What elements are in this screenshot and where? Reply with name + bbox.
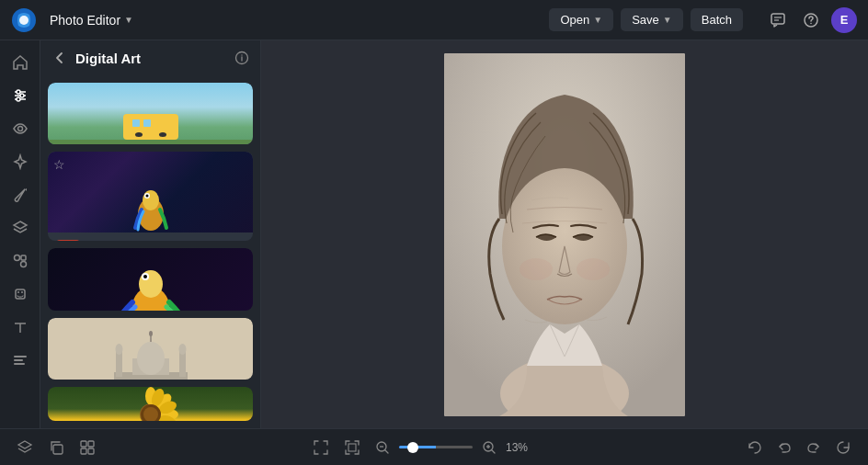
panel-back-button[interactable] bbox=[51, 50, 68, 66]
svg-point-29 bbox=[143, 190, 159, 210]
home-button[interactable] bbox=[6, 48, 35, 77]
svg-point-31 bbox=[145, 195, 148, 198]
effects-button[interactable] bbox=[6, 147, 35, 176]
copy-bottom-icon bbox=[48, 439, 64, 456]
svg-rect-68 bbox=[81, 441, 86, 447]
svg-rect-22 bbox=[14, 356, 27, 357]
svg-point-27 bbox=[241, 54, 242, 55]
filter-item-ink-wash[interactable]: Ink Wash DLX bbox=[48, 318, 253, 380]
svg-line-79 bbox=[492, 450, 495, 453]
left-panel: Digital Art bbox=[40, 40, 261, 428]
zoom-in-button[interactable] bbox=[476, 437, 502, 459]
canvas-area bbox=[261, 40, 868, 428]
brush-button[interactable] bbox=[6, 180, 35, 210]
copy-bottom-button[interactable] bbox=[42, 436, 70, 459]
fit-icon bbox=[344, 439, 360, 456]
adjustments-button[interactable] bbox=[6, 81, 35, 110]
zoom-slider[interactable] bbox=[399, 446, 473, 448]
topbar: Photo Editor ▼ Open ▼ Save ▼ Batch E bbox=[0, 0, 868, 40]
svg-rect-24 bbox=[14, 363, 25, 365]
bottom-right-controls bbox=[741, 436, 857, 459]
panel-info-button[interactable] bbox=[234, 51, 249, 65]
main-layout: Digital Art bbox=[0, 40, 868, 428]
filter-item-oil-painting[interactable]: Oil Painting DLX bbox=[48, 83, 253, 144]
svg-point-19 bbox=[21, 291, 23, 293]
smart-button[interactable] bbox=[6, 279, 35, 309]
save-label: Save bbox=[632, 13, 659, 27]
text-button[interactable] bbox=[6, 312, 35, 342]
svg-point-8 bbox=[17, 90, 20, 94]
filter-item-impressionist[interactable]: Impressionist DLX bbox=[48, 248, 253, 310]
svg-rect-67 bbox=[53, 445, 63, 454]
more-button[interactable] bbox=[6, 346, 35, 375]
reset-button[interactable] bbox=[829, 436, 857, 459]
save-button[interactable]: Save ▼ bbox=[621, 8, 683, 31]
home-icon bbox=[12, 54, 29, 71]
batch-button[interactable]: Batch bbox=[691, 8, 743, 31]
ai-icon bbox=[12, 286, 29, 302]
filter-item-active[interactable]: ☆ Settings ✏ bbox=[48, 152, 253, 241]
app-menu-button[interactable]: Photo Editor ▼ bbox=[44, 9, 139, 31]
app-name-label: Photo Editor bbox=[50, 13, 120, 28]
text-icon bbox=[12, 319, 29, 335]
objects-button[interactable] bbox=[6, 246, 35, 276]
bottombar: 13% bbox=[0, 428, 868, 465]
batch-label: Batch bbox=[702, 13, 732, 27]
fit-button[interactable] bbox=[338, 436, 366, 459]
photo-preview bbox=[444, 53, 685, 416]
panel-header: Digital Art bbox=[40, 40, 260, 75]
svg-rect-71 bbox=[88, 448, 94, 454]
user-avatar[interactable]: E bbox=[831, 7, 857, 33]
zoom-out-icon bbox=[375, 440, 390, 455]
brush-icon bbox=[12, 187, 29, 203]
svg-point-1 bbox=[19, 16, 29, 25]
open-label: Open bbox=[560, 13, 589, 27]
history-icon bbox=[747, 439, 763, 456]
fullscreen-button[interactable] bbox=[307, 436, 335, 459]
zoom-controls: 13% bbox=[307, 436, 535, 459]
svg-point-42 bbox=[137, 342, 165, 375]
help-button[interactable] bbox=[798, 7, 824, 33]
open-chevron: ▼ bbox=[593, 15, 602, 25]
back-arrow-icon bbox=[51, 50, 68, 66]
undo-icon bbox=[776, 439, 793, 456]
app-menu-chevron: ▼ bbox=[124, 15, 133, 25]
sliders-icon bbox=[12, 87, 29, 104]
redo-icon bbox=[805, 439, 822, 456]
layers-bottom-icon bbox=[17, 439, 33, 456]
svg-point-44 bbox=[149, 331, 153, 336]
svg-point-46 bbox=[115, 344, 122, 355]
svg-rect-16 bbox=[21, 255, 26, 260]
grid-bottom-icon bbox=[79, 439, 96, 456]
filter-settings-icon bbox=[55, 240, 81, 241]
reset-icon bbox=[835, 439, 851, 456]
svg-point-13 bbox=[17, 127, 22, 131]
filter-star-button[interactable]: ☆ bbox=[53, 157, 65, 172]
fullscreen-icon bbox=[313, 439, 329, 456]
more-icon bbox=[12, 352, 29, 369]
layers-bottom-button[interactable] bbox=[11, 436, 39, 459]
sparkle-icon bbox=[12, 153, 29, 170]
filter-item-sunflower[interactable] bbox=[48, 387, 253, 421]
open-button[interactable]: Open ▼ bbox=[549, 8, 613, 31]
svg-rect-70 bbox=[81, 448, 86, 454]
chat-button[interactable] bbox=[765, 7, 791, 33]
grid-bottom-button[interactable] bbox=[74, 436, 101, 459]
svg-point-10 bbox=[20, 94, 24, 97]
zoom-out-button[interactable] bbox=[370, 437, 395, 459]
undo-button[interactable] bbox=[771, 436, 798, 459]
eye-button[interactable] bbox=[6, 114, 35, 143]
save-chevron: ▼ bbox=[663, 15, 672, 25]
layers-button[interactable] bbox=[6, 213, 35, 243]
zoom-value-label: 13% bbox=[506, 441, 535, 454]
svg-point-18 bbox=[17, 291, 19, 293]
svg-point-6 bbox=[810, 22, 812, 24]
svg-rect-69 bbox=[88, 441, 94, 447]
info-icon bbox=[234, 51, 249, 65]
panel-title: Digital Art bbox=[75, 51, 227, 66]
zoom-in-icon bbox=[482, 440, 497, 455]
history-button[interactable] bbox=[741, 436, 769, 459]
redo-button[interactable] bbox=[800, 436, 828, 459]
svg-rect-72 bbox=[348, 444, 356, 451]
svg-point-48 bbox=[178, 344, 186, 355]
